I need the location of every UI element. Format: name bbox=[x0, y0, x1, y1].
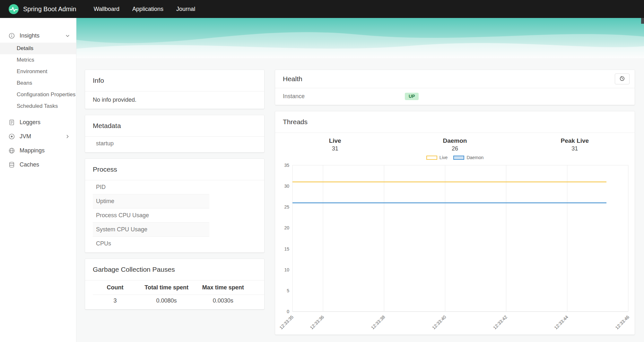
sidebar-item-label: Caches bbox=[20, 161, 39, 168]
metadata-card-title: Metadata bbox=[85, 115, 264, 137]
chevron-right-icon bbox=[65, 134, 70, 139]
svg-text:0: 0 bbox=[287, 309, 289, 314]
svg-text:12:33:44: 12:33:44 bbox=[553, 314, 569, 330]
svg-text:35: 35 bbox=[284, 163, 289, 168]
svg-text:20: 20 bbox=[284, 225, 289, 230]
legend-live-swatch bbox=[426, 156, 437, 160]
sidebar-item-metrics[interactable]: Metrics bbox=[0, 54, 76, 66]
stat-daemon: Daemon 26 bbox=[395, 137, 515, 152]
scrollbar-thumb[interactable] bbox=[641, 18, 644, 24]
top-navbar: Spring Boot Admin Wallboard Applications… bbox=[0, 0, 644, 18]
process-card: Process PID Uptime Process CPU Usage Sys… bbox=[85, 159, 264, 252]
svg-text:15: 15 bbox=[284, 246, 289, 252]
gc-total-value: 0.0080s bbox=[137, 295, 196, 308]
sidebar-item-label: Loggers bbox=[20, 119, 40, 126]
spring-boot-admin-logo-icon bbox=[8, 4, 19, 14]
process-row-label: PID bbox=[93, 180, 209, 194]
sidebar-item-details[interactable]: Details bbox=[0, 43, 76, 54]
process-row-label: Uptime bbox=[93, 194, 209, 209]
table-row: PID bbox=[93, 180, 209, 194]
process-card-title: Process bbox=[85, 159, 264, 180]
svg-text:12:33:40: 12:33:40 bbox=[431, 314, 447, 330]
metadata-card: Metadata startup bbox=[85, 115, 264, 152]
legend-item-daemon[interactable]: Daemon bbox=[453, 155, 483, 160]
database-icon bbox=[8, 161, 15, 168]
stat-peak-live-label: Peak Live bbox=[515, 137, 635, 145]
health-instance-row: Instance UP bbox=[275, 88, 635, 105]
loggers-icon bbox=[8, 119, 15, 126]
process-row-label: Process CPU Usage bbox=[93, 209, 209, 223]
brand[interactable]: Spring Boot Admin bbox=[8, 4, 76, 14]
health-instance-label: Instance bbox=[283, 93, 405, 100]
health-history-button[interactable] bbox=[615, 73, 630, 84]
legend-item-live[interactable]: Live bbox=[426, 155, 448, 160]
legend-daemon-swatch bbox=[453, 156, 464, 160]
sidebar-item-caches[interactable]: Caches bbox=[0, 158, 76, 172]
sidebar-item-environment[interactable]: Environment bbox=[0, 66, 76, 77]
sidebar-item-configuration-properties[interactable]: Configuration Properties bbox=[0, 89, 76, 100]
chart-legend: Live Daemon bbox=[275, 154, 635, 161]
chevron-down-icon bbox=[65, 33, 70, 38]
nav-link-journal[interactable]: Journal bbox=[170, 0, 202, 18]
header-wave bbox=[76, 18, 644, 58]
sidebar-item-label: Mappings bbox=[20, 147, 45, 154]
legend-live-label: Live bbox=[439, 155, 448, 160]
gc-table: Count Total time spent Max time spent 3 … bbox=[93, 280, 264, 307]
svg-text:12:33:42: 12:33:42 bbox=[492, 314, 508, 330]
sidebar: Insights Details Metrics Environment Bea… bbox=[0, 18, 76, 342]
table-row: CPUs bbox=[93, 237, 209, 251]
info-circle-icon bbox=[8, 32, 15, 39]
brand-title: Spring Boot Admin bbox=[23, 5, 76, 13]
sidebar-item-scheduled-tasks[interactable]: Scheduled Tasks bbox=[0, 100, 76, 112]
history-icon bbox=[619, 75, 625, 83]
info-card-body: No info provided. bbox=[85, 91, 264, 109]
svg-text:12:33:38: 12:33:38 bbox=[370, 314, 386, 330]
nav-links: Wallboard Applications Journal bbox=[87, 0, 202, 18]
gc-card-title: Garbage Collection Pauses bbox=[85, 259, 264, 280]
table-row: System CPU Usage bbox=[93, 223, 209, 237]
stat-live-value: 31 bbox=[275, 145, 395, 152]
threads-card-title: Threads bbox=[275, 111, 635, 133]
nav-link-wallboard[interactable]: Wallboard bbox=[87, 0, 126, 18]
sidebar-item-mappings[interactable]: Mappings bbox=[0, 143, 76, 158]
sidebar-item-jvm[interactable]: JVM bbox=[0, 129, 76, 143]
sidebar-item-label: Insights bbox=[20, 32, 39, 39]
sidebar-item-loggers[interactable]: Loggers bbox=[0, 115, 76, 129]
stat-daemon-label: Daemon bbox=[395, 137, 515, 145]
health-card: Health Instance bbox=[275, 70, 635, 105]
gc-count-value: 3 bbox=[93, 295, 137, 308]
main-area: Info No info provided. Metadata startup … bbox=[76, 18, 644, 342]
status-badge-up: UP bbox=[405, 93, 419, 100]
table-header-row: Count Total time spent Max time spent bbox=[93, 280, 264, 295]
health-card-title: Health bbox=[283, 75, 302, 83]
table-row: 3 0.0080s 0.0030s bbox=[93, 295, 264, 308]
info-card: Info No info provided. bbox=[85, 70, 264, 109]
jvm-icon bbox=[8, 133, 15, 140]
stat-live: Live 31 bbox=[275, 137, 395, 152]
threads-stats: Live 31 Daemon 26 Peak Live 31 bbox=[275, 133, 635, 154]
gc-col-max: Max time spent bbox=[196, 280, 250, 295]
svg-text:12:33:46: 12:33:46 bbox=[614, 314, 630, 330]
stat-live-label: Live bbox=[275, 137, 395, 145]
process-row-label: System CPU Usage bbox=[93, 223, 209, 237]
svg-text:5: 5 bbox=[287, 288, 289, 293]
legend-daemon-label: Daemon bbox=[466, 155, 483, 160]
threads-line-chart: 12:33:3512:33:3612:33:3812:33:4012:33:42… bbox=[278, 161, 631, 331]
table-row: startup bbox=[93, 137, 209, 150]
info-card-title: Info bbox=[85, 70, 264, 91]
gc-col-count: Count bbox=[93, 280, 137, 295]
stat-peak-live: Peak Live 31 bbox=[515, 137, 635, 152]
svg-text:25: 25 bbox=[284, 204, 289, 209]
nav-link-applications[interactable]: Applications bbox=[126, 0, 170, 18]
threads-card: Threads Live 31 Daemon 26 Peak Live 31 bbox=[275, 111, 635, 335]
table-row: Uptime bbox=[93, 194, 209, 209]
globe-icon bbox=[8, 147, 15, 154]
sidebar-item-beans[interactable]: Beans bbox=[0, 77, 76, 89]
svg-text:30: 30 bbox=[284, 184, 289, 189]
sidebar-item-label: JVM bbox=[20, 133, 31, 140]
sidebar-item-insights[interactable]: Insights bbox=[0, 29, 76, 43]
gc-col-total: Total time spent bbox=[137, 280, 196, 295]
process-row-label: CPUs bbox=[93, 237, 209, 251]
svg-text:10: 10 bbox=[284, 267, 289, 272]
metadata-key: startup bbox=[93, 137, 209, 150]
